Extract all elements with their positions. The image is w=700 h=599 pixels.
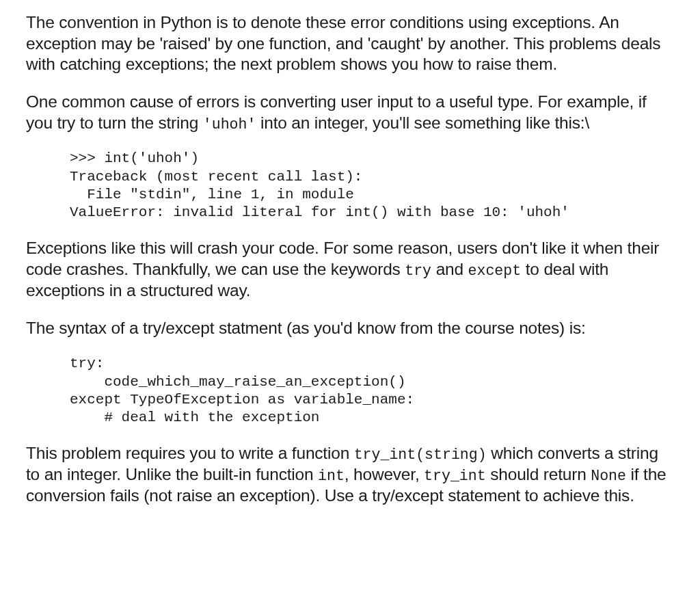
code-block-syntax: try: code_which_may_raise_an_exception()… xyxy=(70,355,674,427)
inline-code: try_int(string) xyxy=(354,447,487,463)
text: into an integer, you'll see something li… xyxy=(256,114,589,132)
paragraph-1: The convention in Python is to denote th… xyxy=(26,12,674,75)
paragraph-4: The syntax of a try/except statment (as … xyxy=(26,318,674,339)
inline-code: try xyxy=(405,263,431,279)
text: This problem requires you to write a fun… xyxy=(26,444,354,462)
paragraph-3: Exceptions like this will crash your cod… xyxy=(26,238,674,301)
inline-code: 'uhoh' xyxy=(203,116,256,133)
paragraph-5: This problem requires you to write a fun… xyxy=(26,443,674,507)
paragraph-2: One common cause of errors is converting… xyxy=(26,92,674,134)
text: and xyxy=(431,260,468,278)
code-block-traceback: >>> int('uhoh') Traceback (most recent c… xyxy=(70,150,674,222)
inline-code: except xyxy=(468,263,522,279)
inline-code: None xyxy=(591,468,626,484)
text: , however, xyxy=(345,465,424,483)
text: should return xyxy=(486,465,591,483)
inline-code: int xyxy=(318,468,345,484)
inline-code: try_int xyxy=(424,468,486,484)
